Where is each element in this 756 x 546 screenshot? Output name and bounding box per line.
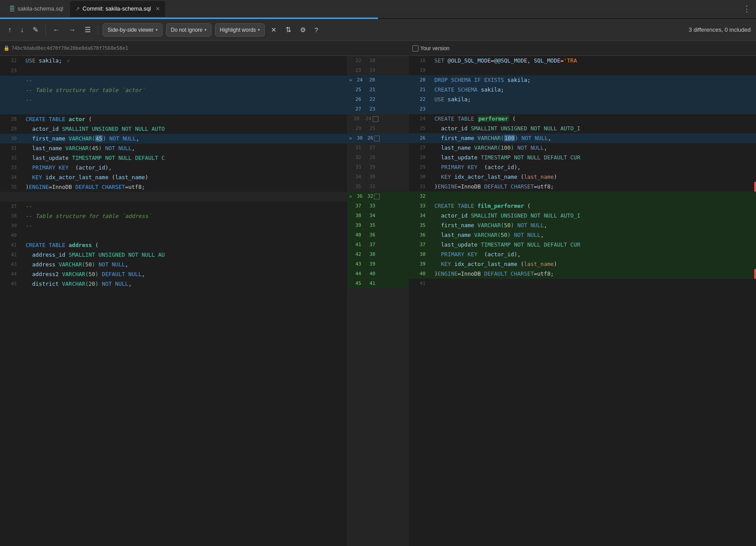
gutter-row-15: » 36 32 xyxy=(347,192,409,201)
left-linecontent-12: PRIMARY KEY (actor_id), xyxy=(22,163,347,173)
left-linecontent-15 xyxy=(22,192,347,202)
left-linenum-7: 28 xyxy=(0,114,22,124)
gutter-checkbox-1[interactable] xyxy=(373,116,378,122)
tab-schema[interactable]: 🗄 sakila-schema.sql xyxy=(4,1,68,17)
scroll-marker-1 xyxy=(754,182,756,192)
left-line-3: -- xyxy=(0,76,347,85)
right-panel: Your version 18 SET @OLD_SQL_MODE=@@SQL_… xyxy=(409,41,756,546)
viewer-dropdown[interactable]: Side-by-side viewer ▾ xyxy=(103,23,163,37)
right-line-18: 35 first_name VARCHAR(50) NOT NULL, xyxy=(409,221,756,230)
left-linecontent-22: address VARCHAR(50) NOT NULL, xyxy=(22,260,347,269)
right-linecontent-24 xyxy=(431,279,756,288)
back-button[interactable]: ← xyxy=(50,24,63,36)
toolbar-divider-2 xyxy=(98,25,98,35)
highlight-dropdown-chevron: ▾ xyxy=(258,27,260,32)
help-button[interactable]: ? xyxy=(312,24,321,35)
forward-button[interactable]: → xyxy=(66,24,78,36)
gutter-row-9: » 30 26 xyxy=(347,133,409,143)
tab-close-button[interactable]: ✕ xyxy=(156,6,160,12)
right-linecontent-3: DROP SCHEMA IF EXISTS sakila; xyxy=(431,75,756,85)
left-linenum-13: 34 xyxy=(0,173,22,182)
right-linecontent-1: SET @OLD_SQL_MODE=@@SQL_MODE, SQL_MODE='… xyxy=(431,56,756,66)
commit-tab-label: Commit: sakila-schema.sql xyxy=(82,5,151,12)
gutter-row-20: 41 37 xyxy=(347,240,409,250)
tab-bar: 🗄 sakila-schema.sql ↗ Commit: sakila-sch… xyxy=(0,0,756,18)
left-line-1: 22 USE sakila; ✓ xyxy=(0,56,347,66)
viewer-dropdown-chevron: ▾ xyxy=(156,27,158,32)
left-line-15 xyxy=(0,192,347,202)
left-linecontent-17: -- Table structure for table `address` xyxy=(22,211,347,221)
diff-panels: 🔒 74bc9dabd8ec4d70f70e20be0da678f7560e58… xyxy=(0,41,756,546)
tab-commit[interactable]: ↗ Commit: sakila-schema.sql ✕ xyxy=(70,1,165,17)
right-line-15: 32 xyxy=(409,192,756,201)
left-line-12: 33 PRIMARY KEY (actor_id), xyxy=(0,163,347,173)
left-linenum-8: 29 xyxy=(0,124,22,134)
toolbar: ↑ ↓ ✎ ← → ☰ Side-by-side viewer ▾ Do not… xyxy=(0,19,756,41)
right-linenum-20: 37 xyxy=(409,240,431,250)
left-line-10: 31 last_name VARCHAR(45) NOT NULL, xyxy=(0,144,347,153)
left-line-2: 23 xyxy=(0,66,347,76)
right-linecontent-14: )ENGINE=InnoDB DEFAULT CHARSET=utf8; xyxy=(431,182,756,192)
tree-button[interactable]: ☰ xyxy=(82,24,93,36)
right-line-11: 28 last_update TIMESTAMP NOT NULL DEFAUL… xyxy=(409,153,756,162)
left-line-17: 38 -- Table structure for table `address… xyxy=(0,211,347,221)
scroll-marker-2 xyxy=(754,269,756,279)
right-line-20: 37 last_update TIMESTAMP NOT NULL DEFAUL… xyxy=(409,240,756,250)
nav-down-button[interactable]: ↓ xyxy=(18,24,26,36)
highlight-dropdown[interactable]: Highlight words ▾ xyxy=(215,23,265,37)
right-linenum-2: 19 xyxy=(409,66,431,75)
left-linecontent-13: KEY idx_actor_last_name (last_name) xyxy=(22,173,347,182)
right-line-3: 20 DROP SCHEMA IF EXISTS sakila; xyxy=(409,75,756,85)
right-line-19: 36 last_name VARCHAR(50) NOT NULL, xyxy=(409,230,756,240)
left-line-13: 34 KEY idx_actor_last_name (last_name) xyxy=(0,173,347,182)
gutter-row-12: 33 29 xyxy=(347,162,409,172)
right-line-9: 26 first_name VARCHAR(100) NOT NULL, xyxy=(409,133,756,143)
left-linecontent-19 xyxy=(22,231,347,240)
right-line-12: 29 PRIMARY KEY (actor_id), xyxy=(409,162,756,172)
left-line-21: 42 address_id SMALLINT UNSIGNED NOT NULL… xyxy=(0,250,347,260)
schema-tab-label: sakila-schema.sql xyxy=(18,5,63,12)
left-line-4: -- Table structure for table `actor` xyxy=(0,85,347,95)
ignore-dropdown[interactable]: Do not ignore ▾ xyxy=(166,23,211,37)
right-linecontent-16: CREATE TABLE film_performer ( xyxy=(431,201,756,211)
right-linecontent-18: first_name VARCHAR(50) NOT NULL, xyxy=(431,221,756,230)
right-linecontent-15 xyxy=(431,192,756,201)
gutter-row-8: 29 25 xyxy=(347,124,409,133)
gutter-row-13: 34 30 xyxy=(347,172,409,182)
left-linenum-22: 43 xyxy=(0,260,22,269)
left-linenum-9: 30 xyxy=(0,134,22,144)
settings-button[interactable]: ⚙ xyxy=(297,24,308,36)
right-line-6: 23 xyxy=(409,104,756,114)
nav-up-button[interactable]: ↑ xyxy=(5,24,14,36)
right-linecontent-8: actor_id SMALLINT UNSIGNED NOT NULL AUTO… xyxy=(431,124,756,133)
right-linenum-21: 38 xyxy=(409,250,431,259)
gutter-checkbox-3[interactable] xyxy=(374,194,380,199)
right-linecontent-17: actor_id SMALLINT UNSIGNED NOT NULL AUTO… xyxy=(431,211,756,221)
right-line-16: 33 CREATE TABLE film_performer ( xyxy=(409,201,756,211)
left-line-16: 37 -- xyxy=(0,202,347,211)
gutter-checkbox-2[interactable] xyxy=(374,136,380,141)
gutter-lines: 22 18 23 19 » 24 20 25 21 26 22 xyxy=(347,56,409,288)
left-line-11: 32 last_update TIMESTAMP NOT NULL DEFAUL… xyxy=(0,153,347,163)
gutter-row-11: 32 28 xyxy=(347,153,409,162)
gutter-row-18: 39 35 xyxy=(347,221,409,230)
swap-button[interactable]: ⇅ xyxy=(283,24,294,36)
right-linenum-17: 34 xyxy=(409,211,431,221)
left-linenum-14: 35 xyxy=(0,182,22,192)
right-linecontent-12: PRIMARY KEY (actor_id), xyxy=(431,162,756,172)
edit-button[interactable]: ✎ xyxy=(30,24,41,36)
left-line-8: 29 actor_id SMALLINT UNSIGNED NOT NULL A… xyxy=(0,124,347,134)
right-header-checkbox[interactable] xyxy=(412,45,419,52)
left-linenum-23: 44 xyxy=(0,269,22,279)
right-line-10: 27 last_name VARCHAR(100) NOT NULL, xyxy=(409,143,756,153)
left-linenum-1: 22 xyxy=(0,56,22,66)
right-linenum-13: 30 xyxy=(409,172,431,182)
left-linenum-12: 33 xyxy=(0,163,22,173)
right-line-23: 40 )ENGINE=InnoDB DEFAULT CHARSET=utf8; xyxy=(409,269,756,279)
gutter-row-19: 40 36 xyxy=(347,230,409,240)
right-linenum-3: 20 xyxy=(409,75,431,85)
left-linenum-16: 37 xyxy=(0,202,22,211)
close-diff-button[interactable]: ✕ xyxy=(268,24,279,36)
gutter-row-23: 44 40 xyxy=(347,269,409,279)
tab-bar-menu-button[interactable]: ⋮ xyxy=(741,2,752,15)
